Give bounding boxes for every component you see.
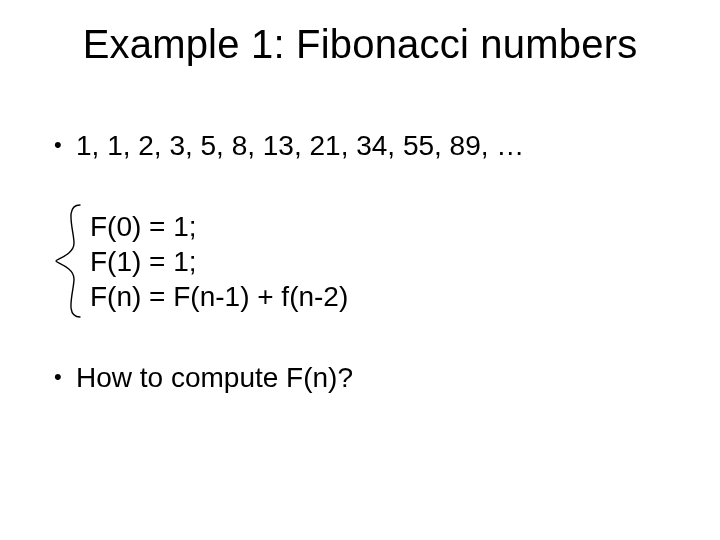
definition-line-3: F(n) = F(n-1) + f(n-2) xyxy=(90,279,680,314)
left-brace-icon xyxy=(52,203,86,319)
sequence-text: 1, 1, 2, 3, 5, 8, 13, 21, 34, 55, 89, … xyxy=(76,128,680,163)
bullet-dot-icon: • xyxy=(54,360,76,394)
bullet-dot-icon: • xyxy=(54,128,76,162)
slide: Example 1: Fibonacci numbers • 1, 1, 2, … xyxy=(0,0,720,540)
definition-line-2: F(1) = 1; xyxy=(90,244,680,279)
bullet-question: • How to compute F(n)? xyxy=(54,360,680,395)
slide-title: Example 1: Fibonacci numbers xyxy=(0,22,720,67)
question-text: How to compute F(n)? xyxy=(76,360,680,395)
definition-group: F(0) = 1; F(1) = 1; F(n) = F(n-1) + f(n-… xyxy=(90,209,680,314)
definition-line-1: F(0) = 1; xyxy=(90,209,680,244)
slide-body: • 1, 1, 2, 3, 5, 8, 13, 21, 34, 55, 89, … xyxy=(54,128,680,441)
bullet-sequence: • 1, 1, 2, 3, 5, 8, 13, 21, 34, 55, 89, … xyxy=(54,128,680,163)
